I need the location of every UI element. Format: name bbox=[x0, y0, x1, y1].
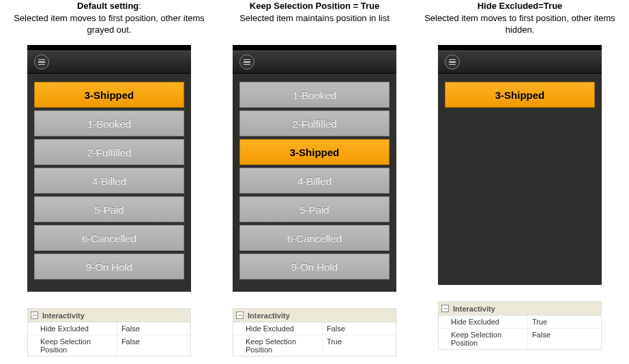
phone-body: 3-Shipped1-Booked2-Fulfilled4-Billed5-Pa… bbox=[27, 74, 191, 292]
property-row: Hide ExcludedTrue bbox=[439, 316, 601, 329]
property-value[interactable]: True bbox=[323, 335, 396, 356]
caption-title: Default setting bbox=[77, 1, 138, 11]
phone-header bbox=[233, 50, 396, 74]
phone-frame: 3-Shipped bbox=[438, 45, 602, 285]
list-item[interactable]: 6-Cancelled bbox=[34, 225, 184, 251]
property-name: Hide Excluded bbox=[439, 316, 528, 328]
property-name: Keep Selection Position bbox=[233, 335, 323, 356]
property-name: Hide Excluded bbox=[233, 322, 323, 335]
property-grid: InteractivityHide ExcludedFalseKeep Sele… bbox=[233, 308, 396, 357]
property-grid: InteractivityHide ExcludedFalseKeep Sele… bbox=[27, 308, 191, 357]
caption-title: Keep Selection Position = True bbox=[250, 1, 379, 11]
caption: Default setting:Selected item moves to f… bbox=[14, 0, 205, 37]
phone-body: 1-Booked2-Fulfilled3-Shipped4-Billed5-Pa… bbox=[233, 74, 396, 292]
caption: Keep Selection Position = TrueSelected i… bbox=[239, 0, 390, 37]
example-column: Hide Excluded=TrueSelected item moves to… bbox=[424, 0, 615, 357]
property-row: Keep Selection PositionFalse bbox=[28, 335, 190, 356]
property-row: Keep Selection PositionFalse bbox=[439, 329, 601, 349]
phone-body: 3-Shipped bbox=[438, 74, 602, 285]
list-item[interactable]: 1-Booked bbox=[34, 110, 184, 136]
hamburger-icon[interactable] bbox=[34, 55, 49, 70]
property-value[interactable]: False bbox=[117, 335, 190, 356]
hamburger-icon[interactable] bbox=[445, 55, 460, 70]
list-item[interactable]: 3-Shipped bbox=[239, 139, 390, 165]
list-item[interactable]: 1-Booked bbox=[239, 82, 390, 108]
caption: Hide Excluded=TrueSelected item moves to… bbox=[424, 0, 615, 37]
property-value[interactable]: True bbox=[528, 316, 601, 328]
list-item[interactable]: 3-Shipped bbox=[445, 82, 595, 108]
property-group-header[interactable]: Interactivity bbox=[439, 302, 601, 316]
list-item[interactable]: 3-Shipped bbox=[34, 82, 184, 108]
property-row: Hide ExcludedFalse bbox=[233, 322, 396, 335]
phone-frame: 1-Booked2-Fulfilled3-Shipped4-Billed5-Pa… bbox=[233, 45, 396, 292]
phone-frame: 3-Shipped1-Booked2-Fulfilled4-Billed5-Pa… bbox=[27, 45, 191, 292]
property-row: Hide ExcludedFalse bbox=[28, 322, 190, 335]
property-grid: InteractivityHide ExcludedTrueKeep Selec… bbox=[438, 301, 602, 350]
property-group-header[interactable]: Interactivity bbox=[233, 309, 396, 322]
property-name: Keep Selection Position bbox=[28, 335, 117, 356]
property-name: Keep Selection Position bbox=[439, 329, 528, 349]
list-item[interactable]: 5-Paid bbox=[239, 196, 390, 222]
caption-title: Hide Excluded=True bbox=[478, 1, 563, 11]
list-item[interactable]: 2-Fulfilled bbox=[239, 110, 390, 136]
list-item[interactable]: 9-On Hold bbox=[34, 254, 184, 279]
property-value[interactable]: False bbox=[528, 329, 601, 349]
list-item[interactable]: 2-Fulfilled bbox=[34, 139, 184, 165]
phone-header bbox=[27, 50, 191, 74]
caption-body: Selected item moves to first position, o… bbox=[424, 13, 615, 35]
property-row: Keep Selection PositionTrue bbox=[233, 335, 396, 356]
property-value[interactable]: False bbox=[323, 322, 396, 335]
caption-body: Selected item maintains position in list bbox=[239, 13, 390, 23]
list-item[interactable]: 5-Paid bbox=[34, 196, 184, 222]
list-item[interactable]: 6-Cancelled bbox=[239, 225, 390, 251]
list-item[interactable]: 9-On Hold bbox=[239, 254, 390, 279]
list-item[interactable]: 4-Billed bbox=[239, 168, 390, 194]
example-column: Default setting:Selected item moves to f… bbox=[14, 0, 205, 357]
example-column: Keep Selection Position = TrueSelected i… bbox=[219, 0, 410, 357]
property-group-header[interactable]: Interactivity bbox=[28, 309, 190, 322]
list-item[interactable]: 4-Billed bbox=[34, 168, 184, 194]
property-value[interactable]: False bbox=[117, 322, 190, 335]
property-name: Hide Excluded bbox=[28, 322, 117, 335]
hamburger-icon[interactable] bbox=[239, 55, 254, 70]
phone-header bbox=[438, 50, 602, 74]
